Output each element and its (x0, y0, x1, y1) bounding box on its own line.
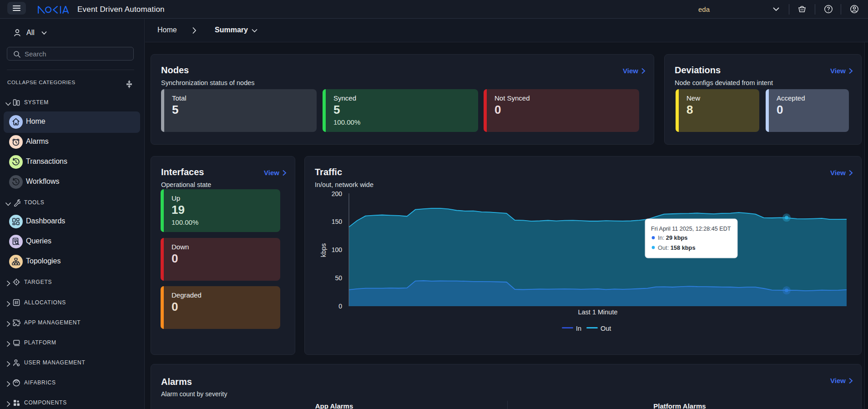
svg-text:Fri April 11 2025, 12:28:45 ED: Fri April 11 2025, 12:28:45 EDT (651, 226, 731, 232)
svg-text:200: 200 (332, 190, 343, 197)
svg-text:In: 29 kbps: In: 29 kbps (658, 234, 687, 241)
svg-text:50: 50 (335, 274, 342, 282)
svg-text:Last 1 Minute: Last 1 Minute (578, 308, 617, 316)
svg-text:In: In (576, 325, 581, 332)
svg-text:Out: Out (601, 325, 611, 332)
svg-text:Out: 158 kbps: Out: 158 kbps (658, 244, 696, 251)
svg-text:150: 150 (332, 218, 343, 225)
svg-text:kbps: kbps (320, 243, 327, 258)
svg-text:100: 100 (332, 246, 343, 253)
svg-text:0: 0 (338, 303, 342, 310)
